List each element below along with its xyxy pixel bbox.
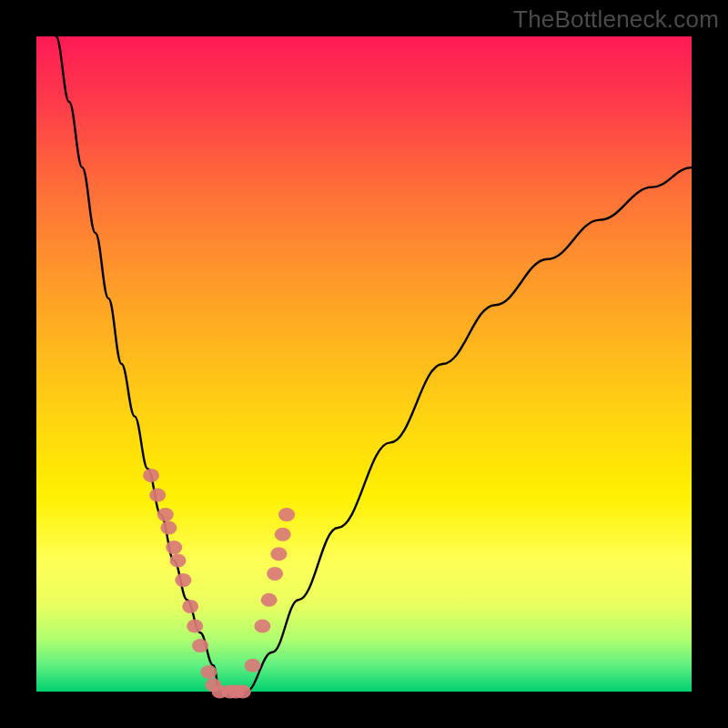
marker-point xyxy=(270,547,287,561)
marker-point xyxy=(261,593,278,607)
plot-area xyxy=(36,36,692,692)
curve-layer xyxy=(36,36,692,692)
chart-frame: TheBottleneck.com xyxy=(0,0,728,728)
watermark-text: TheBottleneck.com xyxy=(513,5,719,34)
marker-point xyxy=(192,639,208,652)
marker-point xyxy=(254,620,270,633)
marker-point xyxy=(235,685,251,699)
marker-point xyxy=(200,665,217,679)
highlight-points xyxy=(143,469,295,699)
marker-point xyxy=(149,489,166,502)
marker-point xyxy=(187,620,203,633)
marker-point xyxy=(160,521,177,535)
marker-point xyxy=(182,600,198,613)
marker-point xyxy=(166,541,182,554)
marker-point xyxy=(267,567,283,581)
bottleneck-curve xyxy=(56,36,692,692)
marker-point xyxy=(175,573,191,587)
marker-point xyxy=(170,554,187,568)
marker-point xyxy=(143,469,159,482)
marker-point xyxy=(275,528,291,541)
marker-point xyxy=(157,508,174,521)
marker-point xyxy=(245,659,261,672)
marker-point xyxy=(278,508,295,521)
